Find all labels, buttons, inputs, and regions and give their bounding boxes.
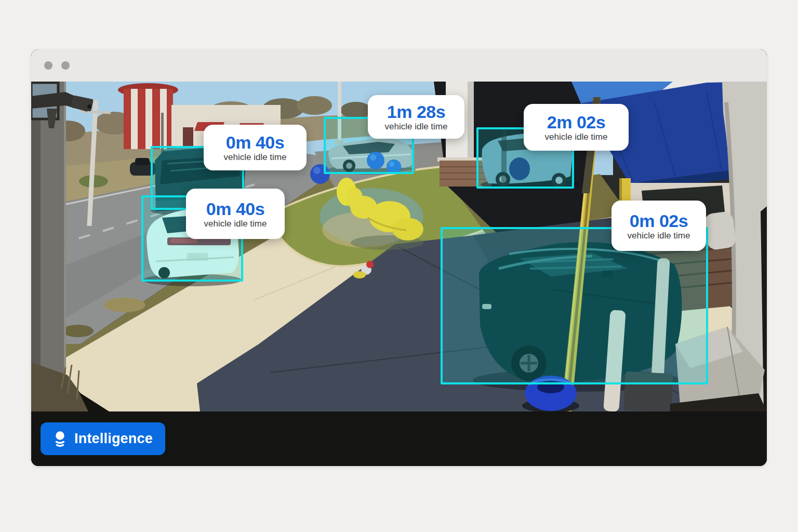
idle-time-caption: vehicle idle time (224, 153, 287, 162)
intelligence-button-label: Intelligence (74, 431, 153, 447)
idle-time-value: 0m 40s (206, 200, 264, 218)
idle-time-caption: vehicle idle time (628, 231, 690, 240)
idle-time-value: 0m 02s (630, 212, 688, 230)
idle-time-value: 2m 02s (547, 113, 605, 131)
idle-card-silver-sedan: 1m 28s vehicle idle time (368, 95, 464, 139)
window-titlebar (31, 49, 767, 82)
idle-card-white-sedan: 0m 40s vehicle idle time (186, 189, 285, 239)
idle-time-caption: vehicle idle time (204, 219, 267, 228)
bottom-toolbar: Intelligence (31, 411, 767, 466)
camera-video-frame: 0m 40s vehicle idle time 0m 40s vehicle … (31, 82, 767, 411)
window-dot-1[interactable] (44, 61, 52, 70)
idle-time-value: 1m 28s (387, 103, 445, 121)
intelligence-bulb-icon (53, 431, 67, 447)
window-dot-2[interactable] (61, 61, 70, 70)
idle-card-suv-left: 0m 40s vehicle idle time (204, 125, 307, 170)
chair (703, 210, 737, 250)
page-background: { "window": { "controls": ["window-dot",… (0, 0, 798, 532)
idle-time-caption: vehicle idle time (545, 132, 608, 141)
idle-card-drive-thru-car: 2m 02s vehicle idle time (524, 104, 629, 151)
idle-time-caption: vehicle idle time (385, 122, 448, 131)
idle-time-value: 0m 40s (226, 134, 284, 151)
idle-card-dark-suv-foreground: 0m 02s vehicle idle time (611, 201, 706, 251)
app-window: 0m 40s vehicle idle time 0m 40s vehicle … (31, 49, 767, 466)
intelligence-button[interactable]: Intelligence (41, 422, 165, 455)
